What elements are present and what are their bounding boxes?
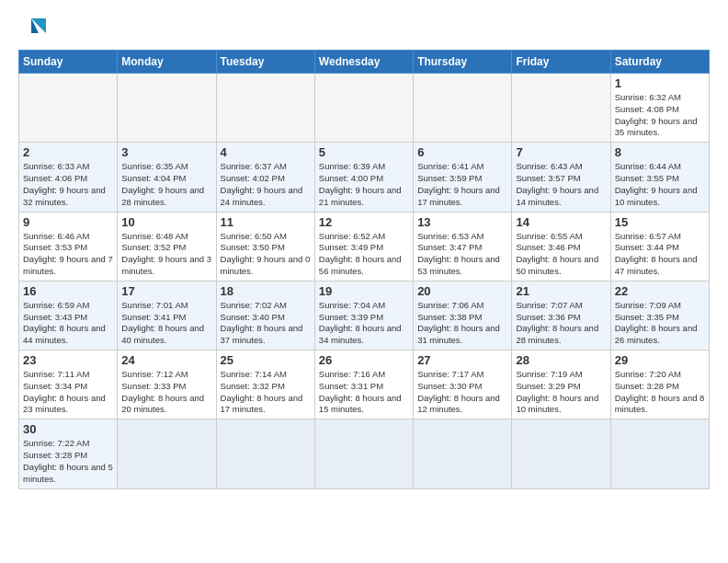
day-number: 22 bbox=[615, 284, 705, 298]
weekday-header-row: SundayMondayTuesdayWednesdayThursdayFrid… bbox=[19, 51, 710, 74]
calendar-cell bbox=[610, 419, 709, 488]
calendar-cell: 4Sunrise: 6:37 AM Sunset: 4:02 PM Daylig… bbox=[216, 143, 314, 212]
day-info: Sunrise: 6:48 AM Sunset: 3:52 PM Dayligh… bbox=[121, 231, 211, 278]
calendar-cell bbox=[414, 74, 512, 143]
day-number: 7 bbox=[516, 145, 606, 159]
calendar-cell: 10Sunrise: 6:48 AM Sunset: 3:52 PM Dayli… bbox=[118, 212, 216, 281]
day-info: Sunrise: 7:02 AM Sunset: 3:40 PM Dayligh… bbox=[221, 300, 311, 347]
day-number: 28 bbox=[516, 353, 606, 367]
calendar-cell: 30Sunrise: 7:22 AM Sunset: 3:28 PM Dayli… bbox=[19, 419, 118, 488]
day-number: 12 bbox=[319, 215, 409, 229]
calendar-cell: 13Sunrise: 6:53 AM Sunset: 3:47 PM Dayli… bbox=[414, 212, 512, 281]
calendar: SundayMondayTuesdayWednesdayThursdayFrid… bbox=[18, 50, 710, 489]
day-number: 27 bbox=[417, 353, 507, 367]
calendar-cell: 9Sunrise: 6:46 AM Sunset: 3:53 PM Daylig… bbox=[19, 212, 118, 281]
day-number: 17 bbox=[121, 284, 211, 298]
calendar-cell bbox=[118, 419, 216, 488]
calendar-cell: 27Sunrise: 7:17 AM Sunset: 3:30 PM Dayli… bbox=[414, 350, 512, 419]
day-info: Sunrise: 6:33 AM Sunset: 4:06 PM Dayligh… bbox=[23, 161, 113, 208]
day-info: Sunrise: 6:39 AM Sunset: 4:00 PM Dayligh… bbox=[319, 161, 409, 208]
day-info: Sunrise: 6:52 AM Sunset: 3:49 PM Dayligh… bbox=[319, 231, 409, 278]
calendar-cell: 22Sunrise: 7:09 AM Sunset: 3:35 PM Dayli… bbox=[610, 281, 709, 350]
day-number: 25 bbox=[221, 353, 311, 367]
day-number: 16 bbox=[23, 284, 113, 298]
day-number: 24 bbox=[121, 353, 211, 367]
day-info: Sunrise: 7:01 AM Sunset: 3:41 PM Dayligh… bbox=[121, 300, 211, 347]
day-info: Sunrise: 6:59 AM Sunset: 3:43 PM Dayligh… bbox=[23, 300, 113, 347]
day-number: 30 bbox=[23, 422, 113, 436]
calendar-cell: 25Sunrise: 7:14 AM Sunset: 3:32 PM Dayli… bbox=[216, 350, 314, 419]
calendar-cell: 24Sunrise: 7:12 AM Sunset: 3:33 PM Dayli… bbox=[118, 350, 216, 419]
calendar-week-row: 16Sunrise: 6:59 AM Sunset: 3:43 PM Dayli… bbox=[19, 281, 710, 350]
weekday-header-tuesday: Tuesday bbox=[216, 51, 314, 74]
calendar-cell bbox=[512, 419, 610, 488]
calendar-cell: 15Sunrise: 6:57 AM Sunset: 3:44 PM Dayli… bbox=[610, 212, 709, 281]
calendar-cell: 17Sunrise: 7:01 AM Sunset: 3:41 PM Dayli… bbox=[118, 281, 216, 350]
day-number: 5 bbox=[319, 145, 409, 159]
calendar-cell bbox=[414, 419, 512, 488]
calendar-cell: 14Sunrise: 6:55 AM Sunset: 3:46 PM Dayli… bbox=[512, 212, 610, 281]
day-info: Sunrise: 6:50 AM Sunset: 3:50 PM Dayligh… bbox=[221, 231, 311, 278]
day-number: 9 bbox=[23, 215, 113, 229]
calendar-week-row: 9Sunrise: 6:46 AM Sunset: 3:53 PM Daylig… bbox=[19, 212, 710, 281]
day-number: 10 bbox=[121, 215, 211, 229]
calendar-cell bbox=[314, 419, 413, 488]
weekday-header-wednesday: Wednesday bbox=[314, 51, 413, 74]
day-info: Sunrise: 7:12 AM Sunset: 3:33 PM Dayligh… bbox=[121, 369, 211, 416]
day-info: Sunrise: 6:32 AM Sunset: 4:08 PM Dayligh… bbox=[615, 92, 705, 139]
day-number: 29 bbox=[615, 353, 705, 367]
calendar-cell: 29Sunrise: 7:20 AM Sunset: 3:28 PM Dayli… bbox=[610, 350, 709, 419]
day-info: Sunrise: 7:06 AM Sunset: 3:38 PM Dayligh… bbox=[417, 300, 507, 347]
day-info: Sunrise: 7:20 AM Sunset: 3:28 PM Dayligh… bbox=[615, 369, 705, 416]
calendar-cell: 26Sunrise: 7:16 AM Sunset: 3:31 PM Dayli… bbox=[314, 350, 413, 419]
calendar-cell bbox=[314, 74, 413, 143]
day-info: Sunrise: 7:11 AM Sunset: 3:34 PM Dayligh… bbox=[23, 369, 113, 416]
day-number: 21 bbox=[516, 284, 606, 298]
calendar-cell: 6Sunrise: 6:41 AM Sunset: 3:59 PM Daylig… bbox=[414, 143, 512, 212]
calendar-cell: 28Sunrise: 7:19 AM Sunset: 3:29 PM Dayli… bbox=[512, 350, 610, 419]
day-info: Sunrise: 6:43 AM Sunset: 3:57 PM Dayligh… bbox=[516, 161, 606, 208]
day-info: Sunrise: 7:04 AM Sunset: 3:39 PM Dayligh… bbox=[319, 300, 409, 347]
calendar-week-row: 2Sunrise: 6:33 AM Sunset: 4:06 PM Daylig… bbox=[19, 143, 710, 212]
day-number: 8 bbox=[615, 145, 705, 159]
calendar-cell bbox=[216, 419, 314, 488]
day-info: Sunrise: 7:14 AM Sunset: 3:32 PM Dayligh… bbox=[221, 369, 311, 416]
calendar-cell: 7Sunrise: 6:43 AM Sunset: 3:57 PM Daylig… bbox=[512, 143, 610, 212]
day-info: Sunrise: 6:57 AM Sunset: 3:44 PM Dayligh… bbox=[615, 231, 705, 278]
calendar-cell: 16Sunrise: 6:59 AM Sunset: 3:43 PM Dayli… bbox=[19, 281, 118, 350]
weekday-header-thursday: Thursday bbox=[414, 51, 512, 74]
day-info: Sunrise: 6:41 AM Sunset: 3:59 PM Dayligh… bbox=[417, 161, 507, 208]
logo-icon bbox=[22, 15, 48, 40]
page: SundayMondayTuesdayWednesdayThursdayFrid… bbox=[0, 0, 728, 563]
calendar-cell: 8Sunrise: 6:44 AM Sunset: 3:55 PM Daylig… bbox=[610, 143, 709, 212]
day-info: Sunrise: 6:55 AM Sunset: 3:46 PM Dayligh… bbox=[516, 231, 606, 278]
day-info: Sunrise: 6:53 AM Sunset: 3:47 PM Dayligh… bbox=[417, 231, 507, 278]
day-number: 13 bbox=[417, 215, 507, 229]
day-info: Sunrise: 7:17 AM Sunset: 3:30 PM Dayligh… bbox=[417, 369, 507, 416]
weekday-header-sunday: Sunday bbox=[19, 51, 118, 74]
day-number: 19 bbox=[319, 284, 409, 298]
calendar-cell: 21Sunrise: 7:07 AM Sunset: 3:36 PM Dayli… bbox=[512, 281, 610, 350]
weekday-header-saturday: Saturday bbox=[610, 51, 709, 74]
calendar-cell: 18Sunrise: 7:02 AM Sunset: 3:40 PM Dayli… bbox=[216, 281, 314, 350]
day-number: 18 bbox=[221, 284, 311, 298]
day-info: Sunrise: 7:09 AM Sunset: 3:35 PM Dayligh… bbox=[615, 300, 705, 347]
day-number: 11 bbox=[221, 215, 311, 229]
day-number: 3 bbox=[121, 145, 211, 159]
calendar-cell: 19Sunrise: 7:04 AM Sunset: 3:39 PM Dayli… bbox=[314, 281, 413, 350]
calendar-week-row: 23Sunrise: 7:11 AM Sunset: 3:34 PM Dayli… bbox=[19, 350, 710, 419]
weekday-header-monday: Monday bbox=[118, 51, 216, 74]
calendar-cell: 1Sunrise: 6:32 AM Sunset: 4:08 PM Daylig… bbox=[610, 74, 709, 143]
calendar-cell: 23Sunrise: 7:11 AM Sunset: 3:34 PM Dayli… bbox=[19, 350, 118, 419]
day-info: Sunrise: 7:16 AM Sunset: 3:31 PM Dayligh… bbox=[319, 369, 409, 416]
day-info: Sunrise: 7:19 AM Sunset: 3:29 PM Dayligh… bbox=[516, 369, 606, 416]
day-number: 15 bbox=[615, 215, 705, 229]
calendar-cell: 11Sunrise: 6:50 AM Sunset: 3:50 PM Dayli… bbox=[216, 212, 314, 281]
day-number: 26 bbox=[319, 353, 409, 367]
calendar-cell: 12Sunrise: 6:52 AM Sunset: 3:49 PM Dayli… bbox=[314, 212, 413, 281]
day-number: 14 bbox=[516, 215, 606, 229]
calendar-cell: 3Sunrise: 6:35 AM Sunset: 4:04 PM Daylig… bbox=[118, 143, 216, 212]
calendar-cell: 2Sunrise: 6:33 AM Sunset: 4:06 PM Daylig… bbox=[19, 143, 118, 212]
calendar-cell bbox=[216, 74, 314, 143]
header bbox=[18, 15, 710, 40]
